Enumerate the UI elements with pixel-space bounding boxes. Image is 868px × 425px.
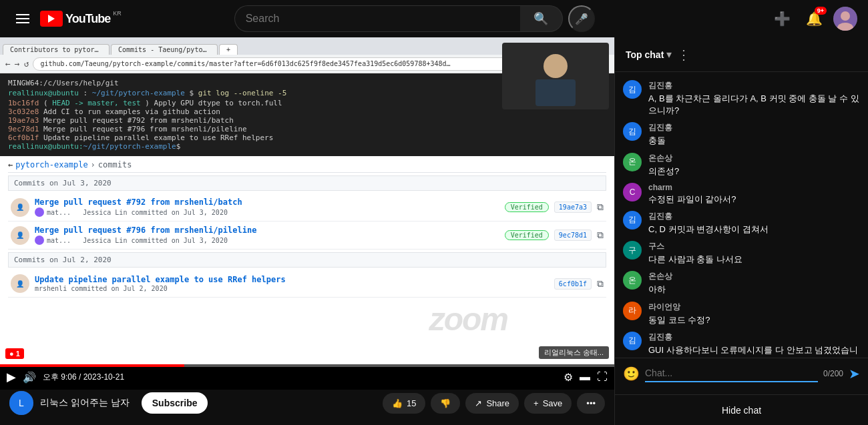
dislike-button[interactable]: 👎 (431, 393, 460, 414)
chevron-down-icon[interactable]: ▾ (666, 48, 672, 61)
mic-icon: 🎤 (575, 13, 588, 25)
chat-username: 김진흥 (648, 332, 860, 343)
search-icon: 🔍 (533, 11, 548, 26)
avatar: 온 (623, 153, 642, 171)
chat-bubble: 온손상 의존성? (648, 153, 860, 177)
list-item: 김 김진흥 A, B를 차근차근 올리다가 A, B 커밋 중에 충돌 날 수 … (615, 77, 868, 119)
chat-section: Top chat ▾ ⋮ 김 김진흥 A, B를 차근차근 올리다가 A, B … (614, 37, 868, 425)
chat-bubble: 라이언앙 동일 코드 수정? (648, 302, 860, 326)
pip-name-label: 리얼리눅스 송태... (539, 346, 609, 359)
hamburger-menu[interactable] (11, 9, 35, 29)
list-item: C charm 수정된 파일이 같아서? (615, 180, 868, 208)
list-item: 김 김진흥 충돌 (615, 119, 868, 149)
avatar: 온 (623, 271, 642, 290)
list-item: 온 온손상 의존성? (615, 150, 868, 180)
youtube-text: YouTube (65, 12, 110, 26)
top-navigation: YouTube KR 🔍 🎤 ➕ 🔔 9+ (0, 0, 868, 37)
avatar: C (623, 183, 642, 201)
video-wrapper: Contributors to pytorch/pyto... Commits … (0, 37, 614, 364)
save-button[interactable]: + Save (524, 393, 572, 414)
chat-text: 다른 사람과 충돌 나서요 (648, 254, 860, 266)
like-count: 15 (407, 398, 416, 408)
chat-input-area: 🙂 0/200 ➤ (615, 358, 868, 394)
avatar: 김 (623, 80, 642, 99)
share-button[interactable]: ↗ Share (465, 393, 519, 414)
thumb-down-icon: 👎 (440, 398, 451, 408)
search-input[interactable] (234, 5, 520, 32)
more-icon: ••• (586, 398, 596, 408)
emoji-button[interactable]: 🙂 (623, 366, 640, 382)
hide-chat-bar[interactable]: Hide chat (615, 394, 868, 425)
save-label: Save (543, 398, 563, 408)
mic-button[interactable]: 🎤 (568, 5, 595, 32)
kr-badge: KR (113, 10, 122, 17)
send-button[interactable]: ➤ (849, 366, 860, 382)
top-chat-label: Top chat ▾ (626, 48, 672, 61)
chat-username: 라이언앙 (648, 302, 860, 313)
controls-row: ▶ 🔊 오후 9:06 / 2023-10-21 ⚙ ▬ ⛶ (0, 367, 614, 387)
chat-text: 충돌 (648, 135, 860, 147)
search-button[interactable]: 🔍 (520, 5, 563, 32)
volume-button[interactable]: 🔊 (23, 371, 36, 384)
avatar: 구 (623, 241, 642, 260)
svg-point-1 (841, 11, 850, 21)
char-count: 0/200 (823, 369, 843, 378)
chat-text: 아하 (648, 284, 860, 296)
create-button[interactable]: ➕ (769, 5, 796, 32)
list-item: 온 온손상 아하 (615, 268, 868, 298)
subscribe-button[interactable]: Subscribe (142, 392, 208, 414)
share-icon: ↗ (475, 398, 482, 408)
chat-bubble: 김진흥 C, D 커밋과 변경사항이 겹쳐서 (648, 211, 860, 236)
chat-bubble: 구스 다른 사람과 충돌 나서요 (648, 241, 860, 266)
user-avatar[interactable] (833, 7, 857, 31)
svg-rect-5 (535, 79, 576, 106)
chat-text: A, B를 차근차근 올리다가 A, B 커밋 중에 충돌 날 수 있으니까? (648, 93, 860, 117)
chat-text: 의존성? (648, 165, 860, 177)
svg-point-4 (544, 54, 568, 78)
youtube-logo[interactable]: YouTube KR (40, 11, 122, 27)
more-button[interactable]: ••• (577, 393, 605, 414)
avatar: 라 (623, 302, 642, 320)
progress-bar[interactable] (0, 364, 614, 367)
chat-title: Top chat (626, 49, 664, 60)
chat-username: 김진흥 (648, 122, 860, 133)
avatar: 김 (623, 122, 642, 141)
like-button[interactable]: 👍 15 (383, 393, 425, 414)
chat-text: C, D 커밋과 변경사항이 겹쳐서 (648, 224, 860, 236)
play-button[interactable]: ▶ (7, 370, 16, 384)
chat-bubble: 김진흥 충돌 (648, 122, 860, 147)
channel-row: L 리눅스 읽어주는 남자 Subscribe 👍 15 👎 ↗ Share (9, 391, 605, 415)
video-section: Contributors to pytorch/pyto... Commits … (0, 37, 614, 425)
chat-text: GUI 사용하다보니 오류메시지를 다 안보고 넘겼었습니다 (648, 344, 860, 358)
chat-text: 수정된 파일이 같아서? (648, 193, 860, 205)
channel-name: 리눅스 읽어주는 남자 (40, 397, 130, 409)
chat-username: 온손상 (648, 271, 860, 282)
chat-username: charm (648, 183, 860, 192)
channel-avatar[interactable]: L (9, 391, 33, 415)
chat-username: 온손상 (648, 153, 860, 164)
list-item: 라 라이언앙 동일 코드 수정? (615, 299, 868, 329)
share-label: Share (486, 398, 509, 408)
video-controls: ▶ 🔊 오후 9:06 / 2023-10-21 ⚙ ▬ ⛶ (0, 364, 614, 390)
settings-button[interactable]: ⚙ (564, 371, 573, 384)
save-icon: + (533, 398, 539, 408)
chat-input[interactable] (645, 365, 818, 382)
chat-bubble: 김진흥 GUI 사용하다보니 오류메시지를 다 안보고 넘겼었습니다 (648, 332, 860, 358)
video-player[interactable]: Contributors to pytorch/pyto... Commits … (0, 37, 614, 364)
search-area: 🔍 🎤 (234, 5, 595, 32)
chat-bubble: 온손상 아하 (648, 271, 860, 296)
zoom-watermark: zoom (429, 301, 507, 338)
youtube-icon (40, 11, 63, 27)
list-item: 김 김진흥 GUI 사용하다보니 오류메시지를 다 안보고 넘겼었습니다 (615, 329, 868, 358)
pip-camera (502, 43, 609, 109)
theater-button[interactable]: ▬ (580, 371, 590, 383)
action-buttons: 👍 15 👎 ↗ Share + Save ••• (383, 393, 605, 414)
chat-username: 김진흥 (648, 211, 860, 222)
create-icon: ➕ (774, 11, 791, 27)
fullscreen-button[interactable]: ⛶ (597, 371, 608, 383)
chat-more-button[interactable]: ⋮ (677, 47, 690, 63)
avatar: 김 (623, 332, 642, 350)
chat-username: 김진흥 (648, 80, 860, 91)
chat-text: 동일 코드 수정? (648, 314, 860, 326)
notifications-button[interactable]: 🔔 9+ (801, 5, 828, 32)
